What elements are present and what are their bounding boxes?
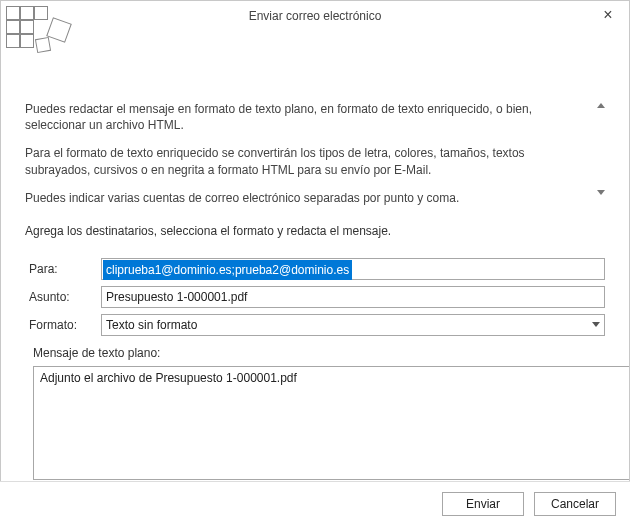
info-text-1: Puedes redactar el mensaje en formato de… (25, 101, 589, 133)
subject-field[interactable] (101, 286, 605, 308)
close-icon[interactable]: × (593, 1, 623, 31)
message-textarea[interactable] (33, 366, 630, 480)
send-button[interactable]: Enviar (442, 492, 524, 516)
scroll-up-icon[interactable] (597, 103, 605, 108)
dialog-footer: Enviar Cancelar (0, 481, 630, 526)
info-panel: Puedes redactar el mensaje en formato de… (25, 101, 605, 206)
scroll-down-icon[interactable] (597, 190, 605, 195)
window-title: Enviar correo electrónico (249, 9, 382, 23)
format-value: Texto sin formato (106, 318, 197, 332)
chevron-down-icon (592, 322, 600, 327)
to-value-selected[interactable]: cliprueba1@dominio.es;prueba2@dominio.es (103, 260, 352, 280)
subject-label: Asunto: (29, 290, 101, 304)
info-text-3: Puedes indicar varias cuentas de correo … (25, 190, 589, 206)
message-label: Mensaje de texto plano: (33, 346, 605, 360)
email-form: Para: cliprueba1@dominio.es;prueba2@domi… (25, 254, 605, 483)
format-select[interactable]: Texto sin formato (101, 314, 605, 336)
app-logo (6, 6, 76, 62)
cancel-button[interactable]: Cancelar (534, 492, 616, 516)
info-scrollbar[interactable] (595, 103, 607, 195)
title-bar: Enviar correo electrónico × (1, 1, 629, 31)
instruction-text: Agrega los destinatarios, selecciona el … (25, 224, 605, 238)
to-field[interactable]: cliprueba1@dominio.es;prueba2@dominio.es (101, 258, 605, 280)
to-label: Para: (29, 262, 101, 276)
info-text-2: Para el formato de texto enriquecido se … (25, 145, 589, 177)
format-label: Formato: (29, 318, 101, 332)
